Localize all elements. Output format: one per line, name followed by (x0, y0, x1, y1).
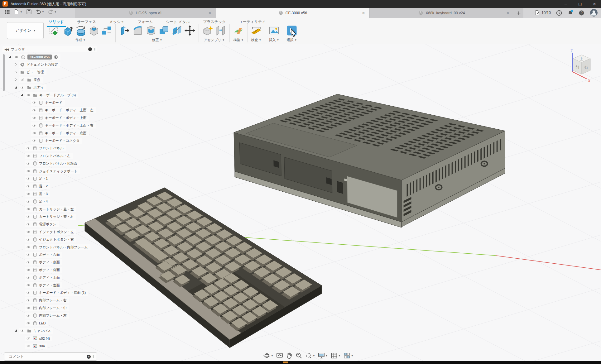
split-body-icon[interactable] (171, 25, 182, 36)
tree-row[interactable]: カートリッジ・蓋・左 (20, 206, 76, 213)
tree-row[interactable]: ボディ (14, 84, 46, 91)
tree-row[interactable]: キーボード・ボディ・上面 (26, 114, 89, 121)
fit-button[interactable]: ▼ (305, 352, 315, 359)
close-icon[interactable]: ✕ (591, 1, 598, 7)
tree-row[interactable]: キャンバス (14, 327, 53, 334)
eye-icon[interactable] (26, 268, 31, 272)
timeline-marker[interactable] (283, 362, 288, 363)
tab-close-icon[interactable]: ✕ (506, 11, 509, 15)
ribbon-group-label[interactable]: 作成▼ (75, 38, 86, 42)
eye-icon[interactable] (26, 146, 31, 150)
tree-row[interactable]: フロントパネル・化粧蓋 (20, 160, 80, 167)
tree-row[interactable]: フロントパネル・内部フレーム (20, 244, 90, 251)
app-grid-button[interactable] (4, 9, 10, 15)
document-cube-icon[interactable] (278, 11, 283, 15)
tree-row[interactable]: s02 (4) (20, 335, 52, 342)
tree-row[interactable]: イジェクトボタン・左 (20, 228, 76, 235)
eye-icon[interactable] (26, 162, 31, 165)
workspace-selector[interactable]: デザイン ▼ (7, 22, 44, 39)
eye-icon[interactable] (26, 230, 31, 234)
joint-icon[interactable] (215, 25, 226, 36)
viewports-icon[interactable] (344, 352, 350, 359)
display-settings-icon[interactable] (318, 352, 325, 359)
eye-icon[interactable] (26, 261, 31, 264)
expand-open-icon[interactable] (8, 55, 12, 59)
eye-icon[interactable] (26, 184, 31, 188)
clock-icon[interactable] (556, 10, 562, 16)
eye-icon[interactable] (32, 108, 37, 112)
viewports-button[interactable]: ▼ (344, 352, 353, 359)
insert-canvas-icon[interactable] (269, 25, 279, 36)
document-tab-3[interactable]: X68k_keyboard_00 v24✕ (370, 8, 514, 18)
hole-icon[interactable] (88, 25, 99, 36)
tree-row[interactable]: イジェクトボタン・右 (20, 236, 76, 243)
eye-icon[interactable] (26, 177, 31, 180)
tree-row[interactable]: 足・3 (20, 190, 50, 197)
eye-off-icon[interactable] (26, 344, 31, 348)
tree-row[interactable]: 足・2 (20, 183, 50, 190)
version-badge[interactable]: 10/10 (535, 10, 551, 16)
app-grid-icon[interactable] (4, 9, 10, 15)
move-copy-icon[interactable] (185, 25, 195, 36)
measure-icon[interactable] (251, 25, 262, 36)
ribbon-group-label[interactable]: 挿入▼ (269, 38, 279, 42)
expand-closed-icon[interactable] (14, 63, 18, 66)
eye-icon[interactable] (26, 299, 31, 302)
tree-row[interactable]: キーボード・ボディ・上面・右 (26, 122, 96, 129)
redo-icon[interactable] (48, 9, 54, 15)
tree-row[interactable]: 電源ボタン (20, 221, 59, 228)
tree-row[interactable]: フロントパネル・左 (20, 152, 73, 159)
expand-open-icon[interactable] (14, 86, 18, 89)
tree-row[interactable]: LED (20, 320, 48, 327)
document-tab-2[interactable]: CF-3000 v56✕ (216, 8, 370, 18)
eye-icon[interactable] (26, 169, 31, 173)
document-cube-icon[interactable] (418, 11, 423, 15)
grid-settings-button[interactable]: ▼ (331, 352, 341, 359)
eye-icon[interactable] (26, 321, 31, 325)
tree-row[interactable]: 内部フレーム・中 (20, 304, 69, 311)
redo-button[interactable]: ▼ (48, 9, 57, 15)
look-at-icon[interactable] (276, 352, 283, 359)
timeline-bar[interactable] (0, 361, 601, 364)
eye-off-icon[interactable] (20, 78, 25, 82)
eye-icon[interactable] (20, 86, 25, 89)
ribbon-group-label[interactable]: 検査▼ (251, 38, 262, 42)
comment-box[interactable]: コメント + ‖ (4, 352, 97, 361)
tab-close-icon[interactable]: ✕ (208, 11, 211, 15)
display-settings-button[interactable]: ▼ (318, 352, 328, 359)
look-at-button[interactable] (276, 352, 283, 359)
help-icon[interactable]: ? (579, 10, 584, 16)
eye-icon[interactable] (32, 101, 37, 104)
eye-icon[interactable] (26, 223, 31, 226)
ribbon-group-label[interactable]: アセンブリ▼ (204, 38, 224, 42)
create-sketch-icon[interactable] (49, 25, 60, 36)
pan-icon[interactable] (286, 352, 293, 359)
tree-row[interactable]: s04 (20, 342, 47, 349)
tree-row[interactable]: キーボードグループ (6) (20, 92, 78, 98)
tree-row[interactable]: カートリッジ・蓋・右 (20, 213, 76, 220)
eye-icon[interactable] (26, 93, 31, 97)
eye-icon[interactable] (26, 245, 31, 249)
document-cube-icon[interactable] (128, 11, 133, 15)
fillet-icon[interactable] (132, 25, 143, 36)
press-pull-icon[interactable] (119, 25, 130, 36)
eye-icon[interactable] (26, 306, 31, 310)
tree-row[interactable]: キーボード・ボディ・底面 (1) (20, 289, 88, 296)
eye-icon[interactable] (14, 55, 19, 59)
eye-icon[interactable] (32, 124, 37, 127)
tree-row[interactable]: 原点 (14, 76, 43, 83)
eye-icon[interactable] (20, 329, 25, 333)
bell-icon[interactable] (567, 10, 573, 16)
plus-icon[interactable] (516, 11, 521, 16)
eye-icon[interactable] (26, 291, 31, 295)
activate-radio-icon[interactable] (54, 55, 58, 59)
add-comment-icon[interactable]: + (87, 355, 91, 359)
tree-row[interactable]: キーボード・コネクタ (26, 137, 82, 144)
eye-icon[interactable] (26, 192, 31, 196)
pan-button[interactable] (286, 352, 293, 359)
construction-plane-icon[interactable] (233, 25, 244, 36)
file-new-icon[interactable] (14, 9, 19, 15)
ribbon-group-label[interactable]: 修正▼ (152, 38, 162, 42)
tree-row[interactable]: 内部フレーム・左 (20, 312, 69, 319)
eye-icon[interactable] (26, 200, 31, 204)
